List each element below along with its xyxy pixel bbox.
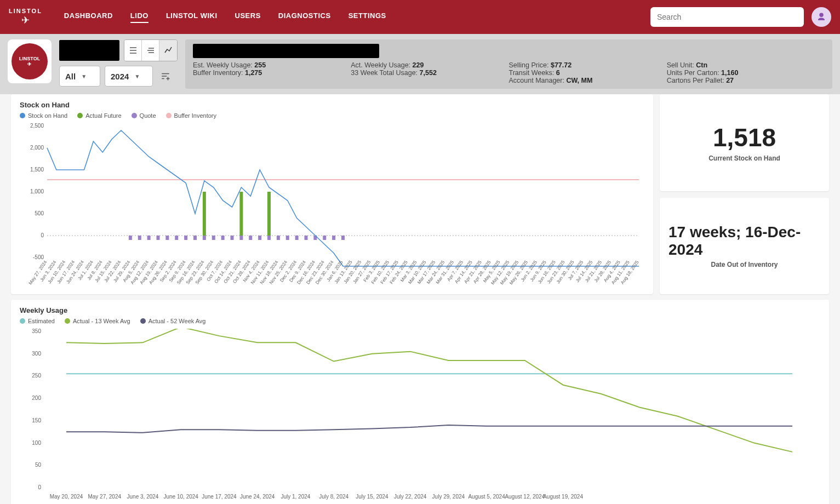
- plane-icon: ✈: [27, 61, 32, 67]
- svg-rect-34: [239, 192, 243, 236]
- svg-text:300: 300: [32, 351, 41, 357]
- svg-text:1,000: 1,000: [30, 188, 44, 194]
- weekly-usage-card: Weekly Usage EstimatedActual - 13 Week A…: [11, 300, 829, 504]
- year-select[interactable]: 2024▼: [105, 66, 153, 87]
- svg-rect-23: [258, 236, 261, 240]
- svg-text:500: 500: [35, 210, 44, 216]
- legend-item: Quote: [132, 112, 156, 119]
- svg-text:July 8, 2024: July 8, 2024: [319, 494, 348, 500]
- svg-text:August 12, 2024: August 12, 2024: [505, 494, 545, 500]
- svg-text:250: 250: [32, 373, 41, 379]
- search-box[interactable]: [650, 7, 804, 27]
- legend-item: Actual - 52 Week Avg: [140, 318, 206, 324]
- svg-text:June 10, 2024: June 10, 2024: [164, 494, 199, 500]
- info-cell: Selling Price: $77.72: [509, 61, 667, 69]
- svg-text:June 24, 2024: June 24, 2024: [240, 494, 275, 500]
- info-cell: Units Per Carton: 1,160: [667, 69, 825, 77]
- svg-rect-9: [129, 236, 132, 240]
- svg-text:July 29, 2024: July 29, 2024: [432, 494, 465, 500]
- svg-rect-32: [341, 236, 345, 240]
- svg-rect-10: [138, 236, 141, 240]
- user-avatar[interactable]: [812, 7, 831, 27]
- nav-menu: DASHBOARDLIDOLINSTOL WIKIUSERSDIAGNOSTIC…: [64, 12, 386, 23]
- svg-text:100: 100: [32, 440, 41, 446]
- filter-select[interactable]: All▼: [59, 66, 100, 87]
- info-cell: [351, 77, 508, 84]
- info-cell: Transit Weeks: 6: [509, 69, 667, 77]
- svg-rect-15: [184, 236, 187, 240]
- svg-text:August 19, 2024: August 19, 2024: [543, 494, 583, 500]
- nav-item-users[interactable]: USERS: [235, 12, 261, 23]
- nav-item-linstol-wiki[interactable]: LINSTOL WIKI: [166, 12, 218, 23]
- svg-text:0: 0: [41, 232, 44, 238]
- kpi-label: Current Stock on Hand: [708, 154, 780, 162]
- svg-text:350: 350: [32, 329, 41, 334]
- view-btn-list[interactable]: [124, 40, 142, 61]
- svg-text:2,000: 2,000: [30, 145, 44, 151]
- user-icon: [816, 12, 826, 22]
- search-input[interactable]: [657, 13, 797, 21]
- chevron-down-icon: ▼: [134, 73, 140, 79]
- legend-item: Buffer Inventory: [166, 112, 216, 119]
- svg-text:200: 200: [32, 395, 41, 401]
- svg-rect-31: [332, 236, 335, 240]
- legend-item: Actual Future: [77, 112, 121, 119]
- svg-text:July 1, 2024: July 1, 2024: [281, 494, 310, 500]
- svg-text:150: 150: [32, 417, 41, 423]
- svg-rect-19: [221, 236, 225, 240]
- line-chart-icon: [164, 46, 173, 55]
- svg-rect-16: [193, 236, 197, 240]
- svg-rect-35: [267, 192, 271, 236]
- svg-rect-33: [203, 192, 206, 236]
- svg-text:2,500: 2,500: [30, 123, 44, 129]
- svg-rect-26: [286, 236, 289, 240]
- svg-rect-18: [212, 236, 215, 240]
- current-stock-card: 1,518 Current Stock on Hand: [660, 94, 829, 191]
- svg-rect-13: [165, 236, 169, 240]
- info-cell: Sell Unit: Ctn: [667, 61, 825, 69]
- view-btn-compact[interactable]: [142, 40, 159, 61]
- out-of-inventory-card: 17 weeks; 16-Dec-2024 Date Out of Invent…: [660, 198, 829, 295]
- svg-rect-30: [323, 236, 326, 240]
- info-cell: Act. Weekly Usage: 229: [351, 61, 508, 69]
- tune-icon: [161, 71, 170, 81]
- info-cell: Buffer Inventory: 1,275: [193, 69, 351, 77]
- svg-text:0: 0: [38, 484, 41, 490]
- nav-item-diagnostics[interactable]: DIAGNOSTICS: [278, 12, 331, 23]
- list-icon: [129, 46, 138, 55]
- svg-text:July 22, 2024: July 22, 2024: [394, 494, 427, 500]
- svg-rect-27: [295, 236, 299, 240]
- info-cell: Account Manager: CW, MM: [509, 77, 667, 84]
- chevron-down-icon: ▼: [81, 73, 87, 79]
- product-toolbar: LINSTOL ✈ All▼ 2024▼ Est. Weekly: [0, 34, 840, 94]
- tune-button[interactable]: [157, 66, 174, 87]
- info-cell: Est. Weekly Usage: 255: [193, 61, 351, 69]
- compact-list-icon: [146, 46, 155, 55]
- brand-logo-text: LINSTOL: [9, 8, 42, 14]
- kpi-value: 1,518: [713, 123, 776, 152]
- svg-rect-24: [267, 236, 271, 240]
- product-info-panel: Est. Weekly Usage: 255Act. Weekly Usage:…: [185, 39, 832, 89]
- svg-text:June 3, 2024: June 3, 2024: [127, 494, 159, 500]
- view-mode-toggle: [124, 39, 178, 61]
- view-btn-chart[interactable]: [159, 40, 177, 61]
- kpi-label: Date Out of Inventory: [711, 261, 778, 268]
- svg-rect-14: [175, 236, 178, 240]
- svg-text:June 17, 2024: June 17, 2024: [202, 494, 237, 500]
- info-cell: [193, 77, 351, 84]
- product-badge-circle: LINSTOL ✈: [12, 43, 48, 79]
- legend-item: Stock on Hand: [20, 112, 67, 119]
- nav-item-dashboard[interactable]: DASHBOARD: [64, 12, 113, 23]
- svg-text:July 15, 2024: July 15, 2024: [356, 494, 388, 500]
- nav-item-lido[interactable]: LIDO: [130, 12, 148, 23]
- legend-item: Estimated: [20, 318, 55, 324]
- nav-item-settings[interactable]: SETTINGS: [348, 12, 386, 23]
- svg-text:May 20, 2024: May 20, 2024: [50, 494, 83, 500]
- info-cell: 33 Week Total Usage: 7,552: [351, 69, 508, 77]
- svg-rect-11: [147, 236, 151, 240]
- svg-rect-21: [239, 236, 243, 240]
- chart-legend: Stock on HandActual FutureQuoteBuffer In…: [20, 112, 644, 119]
- chart-title: Stock on Hand: [20, 101, 644, 109]
- plane-icon: ✈: [21, 14, 30, 26]
- redacted-product-code: [193, 44, 379, 58]
